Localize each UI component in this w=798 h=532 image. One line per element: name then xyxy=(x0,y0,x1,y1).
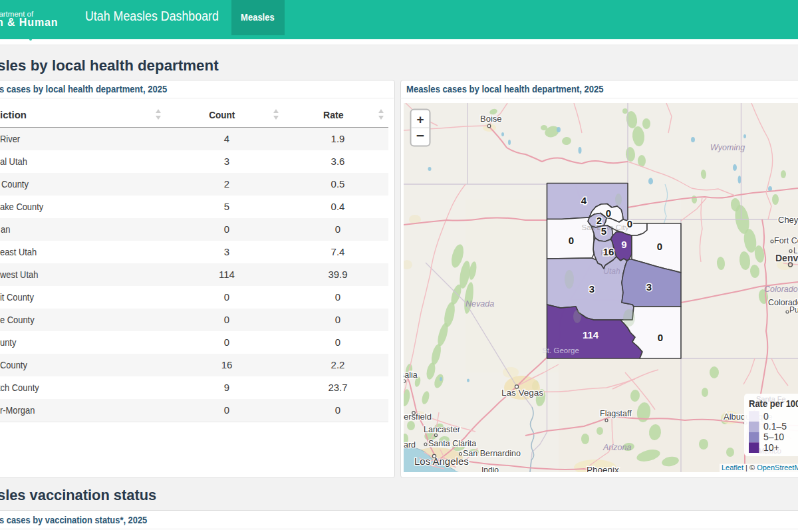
svg-text:−: − xyxy=(416,128,424,143)
svg-text:kersfield: kersfield xyxy=(404,412,432,422)
svg-text:Leaflet | © OpenStreetMap con: Leaflet | © OpenStreetMap con xyxy=(722,464,798,471)
svg-text:salia: salia xyxy=(404,370,418,380)
svg-text:San Bernardino: San Bernardino xyxy=(463,449,521,458)
svg-text:Flagstaff: Flagstaff xyxy=(600,409,632,418)
svg-text:2: 2 xyxy=(597,215,602,226)
svg-text:Colorado: Colorado xyxy=(764,285,798,294)
svg-text:0: 0 xyxy=(658,332,663,343)
svg-text:0: 0 xyxy=(657,241,662,252)
svg-text:0: 0 xyxy=(606,207,611,219)
svg-text:+: + xyxy=(416,112,424,126)
svg-text:Denver: Denver xyxy=(775,253,798,263)
svg-text:Nevada: Nevada xyxy=(466,299,494,309)
svg-text:Fort Collins: Fort Collins xyxy=(774,236,798,245)
svg-text:Las Vegas: Las Vegas xyxy=(501,388,543,398)
svg-text:nard: nard xyxy=(404,440,416,450)
svg-text:Cheyenne: Cheyenne xyxy=(778,215,798,225)
svg-text:5: 5 xyxy=(601,225,606,237)
svg-text:3: 3 xyxy=(589,283,595,295)
svg-text:9: 9 xyxy=(621,239,626,250)
svg-text:16: 16 xyxy=(603,246,614,257)
svg-text:3: 3 xyxy=(646,281,652,293)
svg-text:0.1–5: 0.1–5 xyxy=(763,421,787,432)
svg-text:0: 0 xyxy=(763,411,769,422)
svg-text:5–10: 5–10 xyxy=(763,432,784,442)
svg-text:Phoenix: Phoenix xyxy=(587,465,619,472)
svg-text:Arizona: Arizona xyxy=(602,443,631,452)
svg-text:Wyoming: Wyoming xyxy=(710,143,745,152)
svg-text:Pu: Pu xyxy=(789,305,798,315)
svg-text:Los Angeles: Los Angeles xyxy=(414,456,469,467)
svg-text:10+: 10+ xyxy=(763,442,779,453)
svg-text:Rate per 100,000: Rate per 100,000 xyxy=(749,399,798,410)
svg-text:Utah: Utah xyxy=(603,267,620,276)
svg-text:4: 4 xyxy=(581,195,587,206)
svg-text:St. George: St. George xyxy=(542,346,579,354)
svg-text:114: 114 xyxy=(583,329,599,340)
svg-text:0: 0 xyxy=(627,218,632,229)
svg-text:Indio: Indio xyxy=(481,466,499,472)
svg-text:0: 0 xyxy=(569,235,574,246)
svg-text:Santa Clarita: Santa Clarita xyxy=(428,439,476,448)
svg-text:Lancaster: Lancaster xyxy=(424,425,460,434)
svg-text:Boise: Boise xyxy=(480,114,502,124)
